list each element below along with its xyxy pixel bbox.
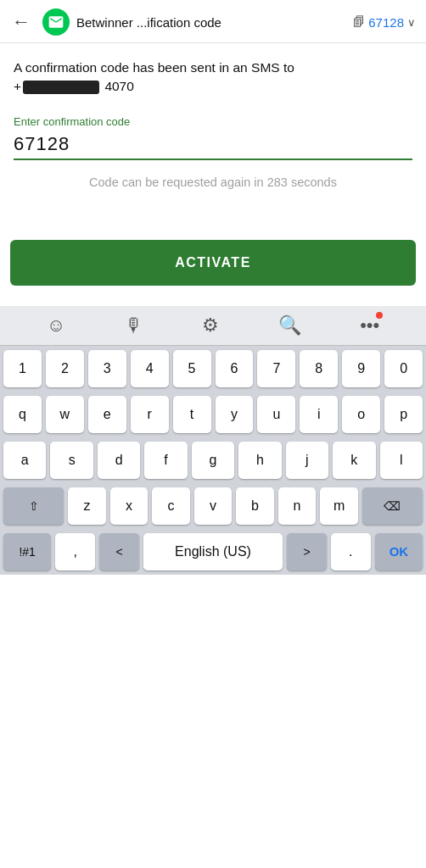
ok-key[interactable]: OK [375, 533, 423, 570]
key-u[interactable]: u [257, 396, 295, 433]
key-f[interactable]: f [144, 442, 187, 479]
activate-button[interactable]: ACTIVATE [10, 240, 416, 286]
qwerty-row: q w e r t y u i o p [0, 392, 426, 437]
main-content: A confirmation code has been sent in an … [0, 43, 426, 189]
key-v[interactable]: v [194, 487, 233, 525]
nav-title: Betwinner ...ification code [76, 15, 346, 30]
more-icon[interactable]: ••• [360, 314, 379, 337]
activate-area: ACTIVATE [0, 240, 426, 286]
settings-icon[interactable]: ⚙ [202, 314, 219, 337]
key-j[interactable]: j [286, 442, 328, 479]
zxcv-row: ⇧ z x c v b n m ⌫ [0, 483, 426, 529]
key-g[interactable]: g [192, 442, 234, 479]
space-key[interactable]: English (US) [143, 533, 283, 570]
numbers-row: 1 2 3 4 5 6 7 8 9 0 [0, 346, 426, 392]
badge-icon: 🗐 [353, 15, 365, 29]
key-a[interactable]: a [3, 442, 46, 479]
shift-key[interactable]: ⇧ [3, 487, 64, 525]
app-icon [42, 8, 70, 36]
key-y[interactable]: y [216, 396, 254, 433]
key-b[interactable]: b [236, 487, 274, 525]
symbols-key[interactable]: !#1 [3, 533, 51, 570]
key-t[interactable]: t [173, 396, 211, 433]
key-1[interactable]: 1 [3, 350, 42, 387]
key-x[interactable]: x [110, 487, 149, 525]
comma-key[interactable]: , [55, 533, 95, 570]
key-k[interactable]: k [333, 442, 375, 479]
key-5[interactable]: 5 [173, 350, 211, 387]
kb-toolbar: ☺ 🎙 ⚙ 🔍 ••• [0, 306, 426, 346]
key-e[interactable]: e [88, 396, 126, 433]
search-icon[interactable]: 🔍 [278, 314, 301, 337]
confirmation-code-group: Enter confirmation code [14, 115, 412, 160]
dropdown-arrow-icon: ∨ [407, 16, 416, 29]
key-z[interactable]: z [68, 487, 106, 525]
key-7[interactable]: 7 [257, 350, 295, 387]
key-s[interactable]: s [50, 442, 92, 479]
key-q[interactable]: q [3, 396, 42, 433]
key-n[interactable]: n [278, 487, 317, 525]
key-r[interactable]: r [131, 396, 169, 433]
emoji-icon[interactable]: ☺ [47, 314, 65, 337]
nav-code-badge[interactable]: 🗐 67128 ∨ [353, 15, 416, 30]
key-d[interactable]: d [98, 442, 140, 479]
key-2[interactable]: 2 [46, 350, 84, 387]
confirmation-code-input[interactable] [14, 131, 412, 160]
key-h[interactable]: h [238, 442, 281, 479]
key-9[interactable]: 9 [342, 350, 380, 387]
code-input-label: Enter confirmation code [14, 115, 412, 128]
bottom-row: !#1 , < English (US) > . OK [0, 529, 426, 575]
key-0[interactable]: 0 [384, 350, 423, 387]
key-3[interactable]: 3 [88, 350, 126, 387]
delete-key[interactable]: ⌫ [362, 487, 423, 525]
sms-notice: A confirmation code has been sent in an … [14, 58, 412, 97]
key-m[interactable]: m [320, 487, 358, 525]
resend-notice: Code can be requested again in 283 secon… [14, 175, 412, 189]
key-p[interactable]: p [384, 396, 423, 433]
keyboard: ☺ 🎙 ⚙ 🔍 ••• 1 2 3 4 5 6 7 8 9 0 q w e r … [0, 306, 426, 575]
key-w[interactable]: w [46, 396, 84, 433]
period-key[interactable]: . [331, 533, 371, 570]
key-4[interactable]: 4 [131, 350, 169, 387]
key-c[interactable]: c [152, 487, 190, 525]
key-i[interactable]: i [300, 396, 338, 433]
key-o[interactable]: o [342, 396, 380, 433]
microphone-icon[interactable]: 🎙 [125, 314, 143, 337]
key-8[interactable]: 8 [300, 350, 338, 387]
back-button[interactable]: ← [7, 9, 36, 35]
top-nav-bar: ← Betwinner ...ification code 🗐 67128 ∨ [0, 0, 426, 43]
asdf-row: a s d f g h j k l [0, 437, 426, 483]
nav-code-value: 67128 [368, 15, 404, 30]
lt-key[interactable]: < [99, 533, 139, 570]
key-l[interactable]: l [380, 442, 423, 479]
key-6[interactable]: 6 [216, 350, 254, 387]
phone-redacted [23, 81, 99, 94]
gt-key[interactable]: > [287, 533, 327, 570]
